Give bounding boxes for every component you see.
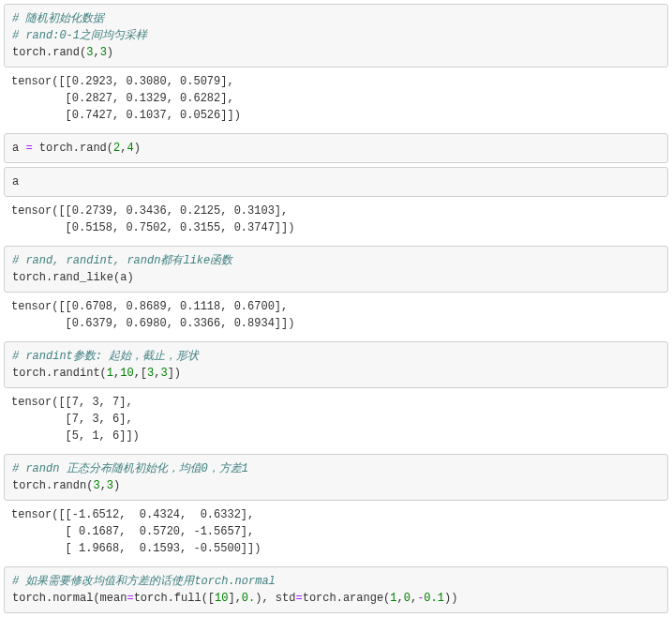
code-input-cell[interactable]: # 如果需要修改均值和方差的话使用torch.normal torch.norm… (4, 566, 668, 613)
notebook-cells: # 随机初始化数据 # rand:0-1之间均匀采样 torch.rand(3,… (0, 4, 672, 617)
code-input-cell[interactable]: # randint参数: 起始，截止，形状 torch.randint(1,10… (4, 341, 668, 388)
code-input-cell[interactable]: # 随机初始化数据 # rand:0-1之间均匀采样 torch.rand(3,… (4, 4, 668, 68)
code-input-cell[interactable]: a = torch.rand(2,4) (4, 133, 668, 163)
code-output-cell: tensor([[7, 3, 7], [7, 3, 6], [5, 1, 6]]… (4, 388, 668, 450)
code-output-cell: tensor([[0.6708, 0.8689, 0.1118, 0.6700]… (4, 293, 668, 338)
code-output-cell: tensor([ 0.9983, -0.3538, -0.6100, -0.47… (4, 613, 668, 617)
code-output-cell: tensor([[0.2739, 0.3436, 0.2125, 0.3103]… (4, 197, 668, 242)
code-output-cell: tensor([[0.2923, 0.3080, 0.5079], [0.282… (4, 68, 668, 129)
code-input-cell[interactable]: a (4, 167, 668, 197)
code-output-cell: tensor([[-1.6512, 0.4324, 0.6332], [ 0.1… (4, 501, 668, 563)
code-input-cell[interactable]: # randn 正态分布随机初始化，均值0，方差1 torch.randn(3,… (4, 454, 668, 501)
code-input-cell[interactable]: # rand, randint, randn都有like函数 torch.ran… (4, 246, 668, 293)
